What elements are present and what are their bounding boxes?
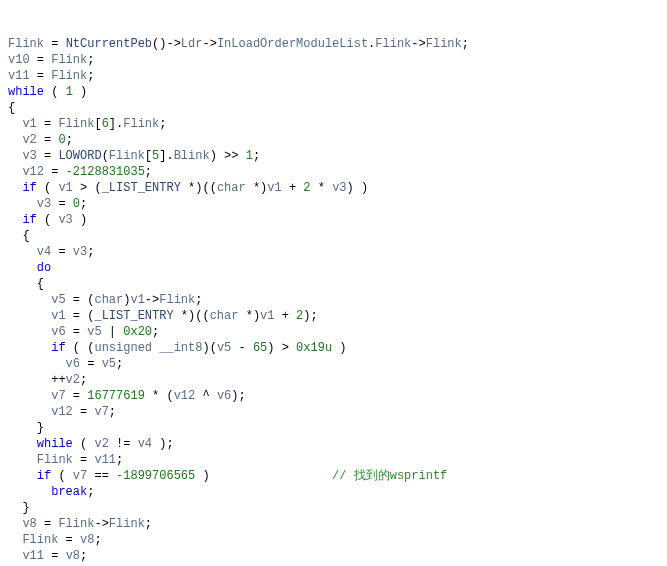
num-0x20: 0x20 [123, 325, 152, 339]
code-block: Flink = NtCurrentPeb()->Ldr->InLoadOrder… [8, 36, 659, 566]
code-line: if ( (unsigned __int8)(v5 - 65) > 0x19u … [8, 341, 347, 355]
code-line: v3 = 0; [8, 197, 87, 211]
ident-v7: v7 [51, 389, 65, 403]
code-line: if ( v1 > (_LIST_ENTRY *)((char *)v1 + 2… [8, 181, 368, 195]
ident-v5: v5 [51, 293, 65, 307]
comment-wsprintf: // 找到的wsprintf [332, 469, 447, 483]
type-list-entry: _LIST_ENTRY [102, 181, 181, 195]
code-line: { [8, 101, 15, 115]
code-line: v3 = LOWORD(Flink[5].Blink) >> 1; [8, 149, 260, 163]
code-line: { [8, 229, 30, 243]
ident-blink: Blink [174, 149, 210, 163]
code-line: Flink = v8; [8, 533, 102, 547]
type-char: char [217, 181, 246, 195]
kw-if: if [22, 181, 36, 195]
code-line: { [8, 277, 44, 291]
code-line: } [8, 501, 30, 515]
ident-v4: v4 [37, 245, 51, 259]
code-line: v6 = v5; [8, 357, 123, 371]
ident-flink: Flink [375, 37, 411, 51]
code-line: v8 = Flink->Flink; [8, 517, 152, 531]
num-65: 65 [253, 341, 267, 355]
code-line: while ( v2 != v4 ); [8, 437, 174, 451]
ident-v3: v3 [22, 149, 36, 163]
code-line: v5 = (char)v1->Flink; [8, 293, 202, 307]
code-line: v12 = -2128831035; [8, 165, 152, 179]
ident-flink: Flink [426, 37, 462, 51]
kw-while: while [8, 85, 44, 99]
num-1: 1 [66, 85, 73, 99]
code-line: if ( v7 == -1899706565 ) // 找到的wsprintf [8, 469, 447, 483]
type-unsigned-int8: unsigned __int8 [94, 341, 202, 355]
code-line: v7 = 16777619 * (v12 ^ v6); [8, 389, 246, 403]
ident-v10: v10 [8, 53, 30, 67]
ident-v8: v8 [22, 517, 36, 531]
code-line: if ( v3 ) [8, 213, 87, 227]
ident-flink: Flink [8, 37, 44, 51]
code-line: v1 = (_LIST_ENTRY *)((char *)v1 + 2); [8, 309, 318, 323]
kw-break: break [51, 485, 87, 499]
code-line: v11 = v8; [8, 549, 87, 563]
code-line: v12 = v7; [8, 405, 116, 419]
code-line: while ( 1 ) [8, 85, 87, 99]
code-line: Flink = v11; [8, 453, 123, 467]
code-line: v1 = Flink[6].Flink; [8, 117, 166, 131]
ident-ntcurrentpeb: NtCurrentPeb [66, 37, 152, 51]
ident-v6: v6 [51, 325, 65, 339]
ident-inloadordermodulelist: InLoadOrderModuleList [217, 37, 368, 51]
code-line: break; [8, 485, 94, 499]
code-line: v4 = v3; [8, 245, 94, 259]
num-neg2128831035: -2128831035 [66, 165, 145, 179]
macro-loword: LOWORD [58, 149, 101, 163]
code-line: Flink = NtCurrentPeb()->Ldr->InLoadOrder… [8, 37, 469, 51]
code-line: v6 = v5 | 0x20; [8, 325, 159, 339]
code-line: } [8, 421, 44, 435]
num-16777619: 16777619 [87, 389, 145, 403]
ident-ldr: Ldr [181, 37, 203, 51]
ident-v2: v2 [22, 133, 36, 147]
kw-do: do [37, 261, 51, 275]
code-line: ++v2; [8, 373, 87, 387]
num-0x19u: 0x19u [296, 341, 332, 355]
ident-v12: v12 [22, 165, 44, 179]
code-line: do [8, 261, 51, 275]
ident-v11: v11 [8, 69, 30, 83]
code-line: v10 = Flink; [8, 53, 94, 67]
num-neg1899706565: -1899706565 [116, 469, 195, 483]
code-line: v11 = Flink; [8, 69, 94, 83]
code-line: v2 = 0; [8, 133, 73, 147]
ident-v1: v1 [22, 117, 36, 131]
